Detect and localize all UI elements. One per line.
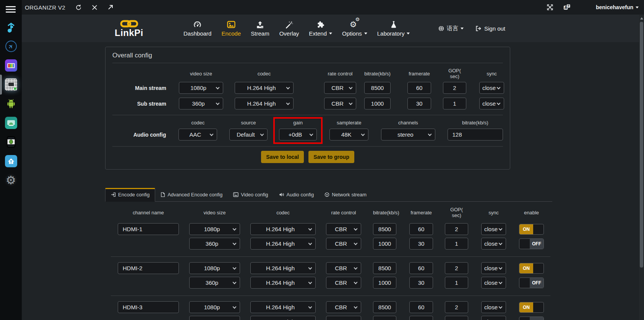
- bitrate-input[interactable]: [373, 277, 396, 289]
- nav-stream[interactable]: Stream: [246, 20, 274, 37]
- translate-icon[interactable]: A: [563, 4, 571, 11]
- menu-icon[interactable]: [6, 6, 16, 14]
- enable-toggle[interactable]: ON: [519, 224, 544, 235]
- bitrate-input[interactable]: [364, 98, 391, 109]
- framerate-input[interactable]: [409, 223, 433, 235]
- audio-bitrate-input[interactable]: [448, 129, 503, 140]
- video-size-select[interactable]: 1080p: [189, 262, 240, 274]
- channel-name-input[interactable]: [118, 301, 179, 313]
- sync-select[interactable]: close: [481, 301, 506, 313]
- codec-select[interactable]: H.264 High: [250, 238, 316, 250]
- linkpi-logo[interactable]: LinkPi: [115, 20, 143, 38]
- sync-select[interactable]: close: [479, 98, 504, 109]
- tab-encode-config[interactable]: Encode config: [105, 188, 155, 202]
- save-to-group-button[interactable]: Save to group: [308, 151, 354, 163]
- video-size-select[interactable]: 360p: [189, 238, 240, 250]
- tab-video-config[interactable]: Video config: [228, 188, 273, 201]
- tab-network-stream[interactable]: Network stream: [319, 188, 372, 201]
- framerate-input[interactable]: [409, 262, 433, 274]
- rate-control-select[interactable]: CBR: [326, 238, 361, 250]
- framerate-input[interactable]: [409, 316, 433, 320]
- codec-select[interactable]: H.264 High: [250, 316, 316, 320]
- audio-source-select[interactable]: Default: [229, 129, 268, 140]
- language-menu[interactable]: 语言: [438, 25, 464, 32]
- channel-name-input[interactable]: [118, 262, 179, 274]
- bitrate-input[interactable]: [373, 316, 396, 320]
- video-size-select[interactable]: 360p: [179, 98, 223, 109]
- user-menu[interactable]: benicehavefun: [596, 4, 639, 10]
- nav-laboratory[interactable]: Laboratory: [372, 20, 415, 37]
- rate-control-select[interactable]: CBR: [326, 316, 361, 320]
- external-link-icon[interactable]: [107, 4, 114, 10]
- scroll-up-arrow-icon[interactable]: [640, 17, 643, 20]
- gop-input[interactable]: [445, 277, 468, 289]
- sync-select[interactable]: close: [479, 82, 504, 94]
- nav-encode[interactable]: Encode: [216, 20, 246, 37]
- codec-select[interactable]: H.264 High: [235, 82, 294, 94]
- sync-select[interactable]: close: [481, 262, 506, 274]
- nav-dashboard[interactable]: Dashboard: [178, 20, 216, 37]
- gop-input[interactable]: [443, 82, 466, 94]
- enable-toggle[interactable]: ON: [519, 302, 544, 313]
- enable-toggle[interactable]: OFF: [519, 238, 544, 249]
- save-to-local-button[interactable]: Save to local: [261, 151, 304, 163]
- audio-samplerate-select[interactable]: 48K: [329, 129, 368, 140]
- scrollbar[interactable]: [639, 15, 644, 320]
- homeassistant-app-icon[interactable]: [5, 155, 18, 168]
- audio-gain-select[interactable]: +0dB: [279, 129, 317, 140]
- framerate-input[interactable]: [409, 277, 433, 289]
- audio-codec-select[interactable]: AAC: [178, 129, 217, 140]
- bitrate-input[interactable]: [373, 301, 396, 313]
- video-size-select[interactable]: 360p: [189, 277, 240, 289]
- bitrate-input[interactable]: [364, 82, 391, 94]
- close-icon[interactable]: [92, 5, 97, 10]
- audio-channels-select[interactable]: stereo: [381, 129, 435, 140]
- sync-select[interactable]: close: [481, 277, 506, 289]
- android-app-icon[interactable]: [5, 97, 18, 110]
- video-size-select[interactable]: 360p: [189, 316, 240, 320]
- olive-app-icon[interactable]: [5, 136, 18, 149]
- tab-audio-config[interactable]: Audio config: [274, 188, 320, 201]
- bitrate-input[interactable]: [373, 223, 396, 235]
- sync-select[interactable]: close: [481, 316, 506, 320]
- rate-control-select[interactable]: CBR: [326, 277, 361, 289]
- fullscreen-icon[interactable]: [547, 4, 553, 11]
- settings-gear-icon[interactable]: ⚙: [5, 174, 18, 187]
- nav-extend[interactable]: Extend: [304, 20, 337, 37]
- sync-select[interactable]: close: [481, 223, 506, 235]
- avatar[interactable]: [581, 2, 592, 13]
- sync-select[interactable]: close: [481, 238, 506, 250]
- signout-button[interactable]: Sign out: [475, 25, 505, 32]
- rate-control-select[interactable]: CBR: [326, 262, 361, 274]
- channel-name-input[interactable]: [118, 223, 179, 235]
- codec-select[interactable]: H.264 High: [250, 301, 316, 313]
- crane-app-icon[interactable]: [5, 21, 18, 34]
- rate-control-select[interactable]: CBR: [324, 98, 356, 109]
- gop-input[interactable]: [445, 238, 468, 250]
- codec-select[interactable]: H.264 High: [235, 98, 294, 109]
- framerate-input[interactable]: [407, 98, 431, 109]
- gop-input[interactable]: [445, 301, 468, 313]
- codec-select[interactable]: H.264 High: [250, 262, 316, 274]
- rate-control-select[interactable]: CBR: [326, 301, 361, 313]
- framerate-input[interactable]: [409, 301, 433, 313]
- codec-select[interactable]: H.264 High: [250, 277, 316, 289]
- framerate-input[interactable]: [407, 82, 431, 94]
- rate-control-select[interactable]: CBR: [326, 223, 361, 235]
- emulator-app-icon[interactable]: [5, 116, 18, 129]
- enable-toggle[interactable]: ON: [519, 263, 544, 274]
- tab-advanced-encode-config[interactable]: Advanced Encode config: [155, 188, 228, 201]
- video-size-select[interactable]: 1080p: [189, 301, 240, 313]
- video-size-select[interactable]: 1080p: [179, 82, 223, 94]
- gop-input[interactable]: [445, 262, 468, 274]
- linkpi-app-icon[interactable]: [5, 78, 18, 91]
- bitrate-input[interactable]: [373, 262, 396, 274]
- video-size-select[interactable]: 1080p: [189, 223, 240, 235]
- rate-control-select[interactable]: CBR: [324, 82, 356, 94]
- enable-toggle[interactable]: OFF: [519, 278, 544, 288]
- gop-input[interactable]: [445, 223, 468, 235]
- nav-options[interactable]: ⚙⚙ Options: [337, 20, 372, 37]
- framerate-input[interactable]: [409, 238, 433, 250]
- flight-app-icon[interactable]: ✈: [5, 40, 18, 53]
- scrollbar-thumb[interactable]: [640, 22, 643, 268]
